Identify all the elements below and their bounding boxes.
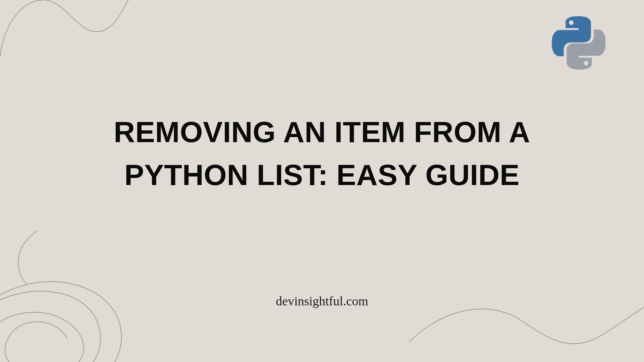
page-title: REMOVING AN ITEM FROM A PYTHON LIST: EAS… — [104, 111, 540, 196]
decor-scribble-bottom-left — [0, 188, 181, 362]
decor-wave-bottom-right — [402, 255, 644, 362]
python-logo-icon — [552, 16, 605, 70]
decor-squiggle-top — [0, 0, 282, 67]
site-name: devinsightful.com — [276, 294, 368, 308]
